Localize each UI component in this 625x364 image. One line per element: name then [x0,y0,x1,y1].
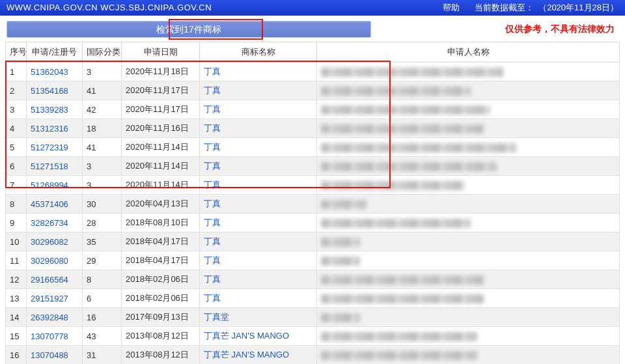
cell-mark-name[interactable]: 丁真 [200,119,317,138]
cell-intl-class: 41 [83,81,122,100]
col-apply-date: 申请日期 [122,42,200,63]
cell-reg-no[interactable]: 13070488 [27,346,83,365]
redacted-applicant [321,87,471,96]
cell-mark-name[interactable]: 丁真 [200,157,317,176]
table-row: 15136204332020年11月18日丁真 [6,63,620,81]
cell-reg-no[interactable]: 13070778 [27,327,83,346]
cell-seq: 12 [6,270,27,289]
cell-mark-name[interactable]: 丁真 [200,195,317,214]
cell-mark-name[interactable]: 丁真 [200,63,317,81]
cell-apply-date: 2020年11月14日 [122,176,200,195]
cell-applicant [317,327,620,346]
cell-intl-class: 30 [83,195,122,214]
table-row: 845371406302020年04月13日丁真 [6,195,620,214]
table-row: 1513070778432013年08月12日丁真芒 JAN'S MANGO [6,327,620,346]
cell-apply-date: 2018年08月10日 [122,214,200,232]
redacted-applicant [321,332,477,341]
cell-mark-name[interactable]: 丁真芒 JAN'S MANGO [200,346,317,365]
cell-mark-name[interactable]: 丁真 [200,138,317,157]
cell-intl-class: 35 [83,232,122,251]
search-row: 检索到17件商标 仅供参考，不具有法律效力 [0,16,625,42]
cell-reg-no[interactable]: 30296082 [27,232,83,251]
cell-seq: 15 [6,327,27,346]
cell-reg-no[interactable]: 51354168 [27,81,83,100]
cell-applicant [317,157,620,176]
redacted-applicant [321,351,477,360]
search-result-bar[interactable]: 检索到17件商标 [7,21,371,38]
cell-applicant [317,138,620,157]
cell-apply-date: 2020年11月14日 [122,157,200,176]
redacted-applicant [321,275,484,285]
cell-mark-name[interactable]: 丁真堂 [200,308,317,327]
cell-applicant [317,232,620,251]
redacted-applicant [321,238,360,247]
table-row: 551272319412020年11月14日丁真 [6,138,620,157]
cell-reg-no[interactable]: 29151927 [27,289,83,308]
cell-mark-name[interactable]: 丁真 [200,232,317,251]
cell-mark-name[interactable]: 丁真 [200,81,317,100]
cell-seq: 11 [6,251,27,270]
cell-apply-date: 2018年02月06日 [122,289,200,308]
cell-reg-no[interactable]: 26392848 [27,308,83,327]
cell-reg-no[interactable]: 51272319 [27,138,83,157]
top-bar: WWW.CNIPA.GOV.CN WCJS.SBJ.CNIPA.GOV.CN 帮… [0,0,625,16]
cell-intl-class: 6 [83,289,122,308]
cell-seq: 8 [6,195,27,214]
cell-applicant [317,308,620,327]
cell-applicant [317,346,620,365]
table-row: 932826734282018年08月10日丁真 [6,214,620,232]
table-row: 1030296082352018年04月17日丁真 [6,232,620,251]
redacted-applicant [321,162,497,171]
cell-intl-class: 8 [83,270,122,289]
cell-intl-class: 41 [83,138,122,157]
cell-reg-no[interactable]: 32826734 [27,214,83,232]
cell-mark-name[interactable]: 丁真 [200,251,317,270]
cell-reg-no[interactable]: 29166564 [27,270,83,289]
cell-mark-name[interactable]: 丁真 [200,176,317,195]
cell-reg-no[interactable]: 51271518 [27,157,83,176]
cell-mark-name[interactable]: 丁真 [200,214,317,232]
cell-intl-class: 43 [83,327,122,346]
cell-seq: 10 [6,232,27,251]
site-url: WWW.CNIPA.GOV.CN WCJS.SBJ.CNIPA.GOV.CN [7,0,212,16]
redacted-applicant [321,294,484,303]
results-table-wrapper: 序号 申请/注册号 国际分类 申请日期 商标名称 申请人名称 151362043… [0,42,625,364]
redacted-applicant [321,143,516,152]
cell-apply-date: 2013年08月12日 [122,346,200,365]
table-row: 1426392848162017年09月13日丁真堂 [6,308,620,327]
cell-mark-name[interactable]: 丁真芒 JAN'S MANGO [200,327,317,346]
cell-seq: 6 [6,157,27,176]
col-reg-no: 申请/注册号 [27,42,83,63]
table-row: 1613070488312013年08月12日丁真芒 JAN'S MANGO [6,346,620,365]
cell-apply-date: 2020年04月13日 [122,195,200,214]
cell-seq: 2 [6,81,27,100]
cell-reg-no[interactable]: 45371406 [27,195,83,214]
col-mark-name: 商标名称 [200,42,317,63]
cell-reg-no[interactable]: 30296080 [27,251,83,270]
cell-reg-no[interactable]: 51312316 [27,119,83,138]
cell-mark-name[interactable]: 丁真 [200,270,317,289]
data-asof-value: （2020年11月28日） [538,3,618,12]
cell-seq: 5 [6,138,27,157]
cell-seq: 3 [6,100,27,119]
cell-intl-class: 31 [83,346,122,365]
cell-applicant [317,270,620,289]
cell-intl-class: 3 [83,63,122,81]
cell-seq: 13 [6,289,27,308]
redacted-applicant [321,200,367,209]
cell-apply-date: 2013年08月12日 [122,327,200,346]
cell-intl-class: 18 [83,119,122,138]
table-row: 75126899432020年11月14日丁真 [6,176,620,195]
cell-seq: 16 [6,346,27,365]
redacted-applicant [321,219,471,228]
cell-reg-no[interactable]: 51339283 [27,100,83,119]
help-link[interactable]: 帮助 [443,3,460,12]
col-applicant: 申请人名称 [317,42,620,63]
cell-seq: 9 [6,214,27,232]
cell-mark-name[interactable]: 丁真 [200,100,317,119]
cell-mark-name[interactable]: 丁真 [200,289,317,308]
cell-reg-no[interactable]: 51268994 [27,176,83,195]
redacted-applicant [321,257,360,266]
cell-reg-no[interactable]: 51362043 [27,63,83,81]
table-row: 251354168412020年11月17日丁真 [6,81,620,100]
